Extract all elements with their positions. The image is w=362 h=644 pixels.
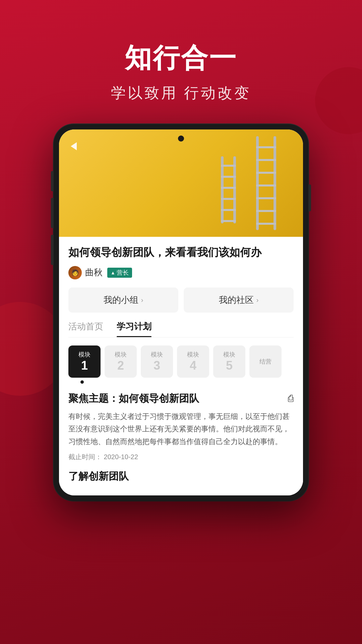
ladder-rung-1	[256, 146, 276, 148]
volume-down-button	[51, 235, 54, 265]
ladder-rung-5	[256, 197, 276, 199]
module-closing-pill[interactable]: 结营	[249, 345, 282, 378]
ladder-right-side	[274, 136, 276, 230]
module-2-pill[interactable]: 模块 2	[105, 345, 137, 378]
tab-activity-home[interactable]: 活动首页	[68, 321, 103, 337]
module-1-pill[interactable]: 模块 1	[68, 345, 101, 378]
phone-container: 如何领导创新团队，来看看我们该如何办 🧑 曲秋 ▲ 营长 我的小组 ›	[54, 124, 308, 501]
my-community-chevron: ›	[256, 296, 259, 304]
small-rung-5	[221, 209, 236, 211]
module-closing-label: 结营	[259, 358, 272, 366]
focus-description: 有时候，完美主义者过于习惯于微观管理，事无巨细，以至于他们甚至没有意识到这个世界…	[68, 410, 294, 448]
badge-text: 营长	[117, 269, 129, 277]
module-4-pill[interactable]: 模块 4	[177, 345, 209, 378]
ladder-rung-3	[256, 172, 276, 174]
header-section: 知行合一 学以致用 行动改变	[0, 0, 362, 123]
module-4-label: 模块	[187, 351, 199, 359]
focus-header: 聚焦主题：如何领导创新团队 ⎙	[68, 392, 294, 406]
module-2-label: 模块	[115, 351, 127, 359]
module-4-number: 4	[190, 359, 196, 373]
camera-punch-hole	[178, 136, 184, 142]
ladder-small	[221, 156, 236, 223]
author-name: 曲秋	[85, 267, 103, 278]
ladder-left-side	[256, 136, 259, 230]
deadline-label: 截止时间：	[68, 453, 102, 461]
small-rung-4	[221, 198, 236, 200]
dot-indicator	[68, 380, 294, 384]
module-5-label: 模块	[223, 351, 235, 359]
module-3-label: 模块	[151, 351, 163, 359]
focus-title: 聚焦主题：如何领导创新团队	[68, 392, 199, 406]
module-3-pill[interactable]: 模块 3	[141, 345, 173, 378]
author-avatar: 🧑	[68, 266, 82, 279]
small-rung-3	[221, 187, 236, 189]
ladder-rung-7	[256, 223, 276, 225]
nav-buttons-row: 我的小组 › 我的社区 ›	[68, 287, 294, 313]
small-rung-1	[221, 165, 236, 167]
share-icon[interactable]: ⎙	[288, 393, 294, 404]
module-2-number: 2	[117, 359, 124, 373]
deadline-value: 2020-10-22	[104, 453, 138, 461]
tab-activity-home-label: 活动首页	[68, 321, 103, 331]
active-dot	[80, 380, 84, 384]
main-title: 知行合一	[0, 40, 362, 76]
my-community-label: 我的社区	[219, 294, 254, 306]
my-group-chevron: ›	[141, 296, 143, 304]
silent-button	[51, 171, 54, 191]
module-5-pill[interactable]: 模块 5	[213, 345, 245, 378]
sub-title: 学以致用 行动改变	[0, 83, 362, 103]
my-group-label: 我的小组	[104, 294, 138, 306]
small-rung-2	[221, 176, 236, 178]
tab-study-plan[interactable]: 学习计划	[117, 321, 152, 337]
article-title: 如何领导创新团队，来看看我们该如何办	[68, 245, 294, 260]
small-rung-6	[221, 220, 236, 222]
my-community-button[interactable]: 我的社区 ›	[184, 287, 294, 313]
module-5-number: 5	[226, 359, 233, 373]
back-arrow-icon	[71, 142, 77, 150]
ladder-rung-4	[256, 184, 276, 186]
back-button[interactable]	[67, 140, 80, 153]
author-row: 🧑 曲秋 ▲ 营长	[68, 266, 294, 279]
author-badge: ▲ 营长	[107, 268, 132, 278]
phone-screen: 如何领导创新团队，来看看我们该如何办 🧑 曲秋 ▲ 营长 我的小组 ›	[59, 129, 303, 495]
section-title: 了解创新团队	[68, 470, 294, 483]
phone-frame: 如何领导创新团队，来看看我们该如何办 🧑 曲秋 ▲ 营长 我的小组 ›	[54, 124, 308, 501]
content-area: 如何领导创新团队，来看看我们该如何办 🧑 曲秋 ▲ 营长 我的小组 ›	[59, 237, 303, 495]
ladder-rung-2	[256, 159, 276, 161]
module-1-label: 模块	[78, 351, 90, 359]
tab-study-plan-label: 学习计划	[117, 321, 152, 331]
ladder-rung-6	[256, 210, 276, 212]
hero-image	[59, 129, 303, 237]
deadline-text: 截止时间： 2020-10-22	[68, 452, 294, 462]
module-1-number: 1	[81, 359, 88, 373]
tabs-row: 活动首页 学习计划	[68, 321, 294, 337]
power-button	[308, 184, 311, 211]
badge-icon: ▲	[111, 270, 115, 275]
module-3-number: 3	[154, 359, 160, 373]
volume-up-button	[51, 198, 54, 228]
modules-row: 模块 1 模块 2 模块 3 模块 4	[68, 345, 294, 378]
ladder-main	[256, 136, 276, 230]
focus-section: 聚焦主题：如何领导创新团队 ⎙ 有时候，完美主义者过于习惯于微观管理，事无巨细，…	[68, 392, 294, 489]
my-group-button[interactable]: 我的小组 ›	[68, 287, 178, 313]
